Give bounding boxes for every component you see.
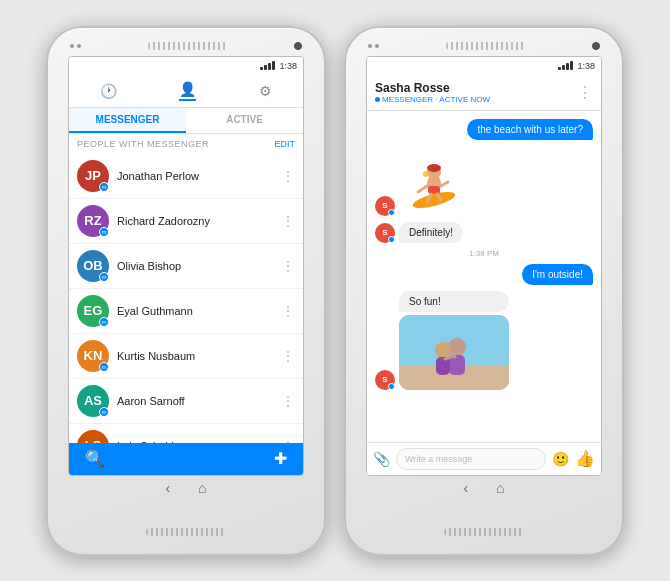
- status-bar-content-right: 1:38: [558, 61, 595, 71]
- message-received-photo: S So fun!: [375, 291, 593, 390]
- contact-name: Aaron Sarnoff: [117, 395, 273, 407]
- camera-left: [294, 42, 302, 50]
- list-item[interactable]: JP m Jonathan Perlow ⋮: [69, 154, 303, 199]
- bar4: [570, 61, 573, 70]
- bottom-grill-left: [146, 528, 226, 536]
- chat-contact-name: Sasha Rosse: [375, 81, 490, 95]
- left-screen: 1:38 🕐 👤 ⚙ MESSENGER ACTIVE PEOPLE WITH …: [68, 56, 304, 476]
- more-icon[interactable]: ⋮: [281, 168, 295, 184]
- chat-avatar-sasha: S: [375, 196, 395, 216]
- svg-line-5: [418, 186, 427, 192]
- more-icon[interactable]: ⋮: [281, 258, 295, 274]
- more-icon[interactable]: ⋮: [281, 393, 295, 409]
- search-icon[interactable]: 🔍: [85, 449, 105, 468]
- bar4: [272, 61, 275, 70]
- signal-bars-left: [260, 61, 275, 70]
- bottom-grill-right: [444, 528, 524, 536]
- status-bar-left: 1:38: [69, 57, 303, 75]
- phone-bottom-left: ‹ ⌂: [48, 476, 324, 544]
- messenger-badge: m: [99, 362, 109, 372]
- home-button-left[interactable]: ⌂: [198, 480, 206, 496]
- speaker-dots-right: [368, 44, 379, 48]
- status-bar-content-left: 1:38: [260, 61, 297, 71]
- chat-header-info: Sasha Rosse MESSENGER · ACTIVE NOW: [375, 81, 490, 104]
- message-sent-2: I'm outside!: [375, 264, 593, 285]
- contact-name: Kurtis Nusbaum: [117, 350, 273, 362]
- messenger-badge: m: [99, 227, 109, 237]
- people-section-label: PEOPLE WITH MESSENGER: [77, 139, 209, 149]
- message-received-text-1: S Definitely!: [375, 222, 593, 243]
- nav-buttons-left: ‹ ⌂: [165, 480, 206, 496]
- speaker-dots-left: [70, 44, 81, 48]
- tab-messenger[interactable]: MESSENGER: [69, 108, 186, 133]
- chat-more-icon[interactable]: ⋮: [577, 83, 593, 102]
- message-received-sticker: S: [375, 146, 593, 216]
- bar1: [260, 67, 263, 70]
- avatar-olivia: OB m: [77, 250, 109, 282]
- right-phone: 1:38 Sasha Rosse MESSENGER · ACTIVE NOW …: [344, 26, 624, 556]
- dot2: [77, 44, 81, 48]
- camera-right: [592, 42, 600, 50]
- svg-rect-4: [428, 186, 440, 194]
- messenger-tabs: MESSENGER ACTIVE: [69, 108, 303, 134]
- avatar-luiz: LS m: [77, 430, 109, 443]
- attach-icon[interactable]: 📎: [373, 451, 390, 467]
- badge-sm: [388, 383, 395, 390]
- messenger-badge: m: [99, 182, 109, 192]
- avatar-eyal: EG m: [77, 295, 109, 327]
- more-icon[interactable]: ⋮: [281, 348, 295, 364]
- svg-line-16: [445, 357, 451, 359]
- more-icon[interactable]: ⋮: [281, 303, 295, 319]
- messenger-badge: m: [99, 317, 109, 327]
- svg-point-9: [423, 171, 429, 177]
- svg-point-3: [427, 164, 441, 172]
- status-time-right: 1:38: [577, 61, 595, 71]
- bubble-received-1: Definitely!: [399, 222, 463, 243]
- back-button-left[interactable]: ‹: [165, 480, 170, 496]
- people-header: PEOPLE WITH MESSENGER EDIT: [69, 134, 303, 154]
- like-icon[interactable]: 👍: [575, 449, 595, 468]
- right-screen: 1:38 Sasha Rosse MESSENGER · ACTIVE NOW …: [366, 56, 602, 476]
- chat-avatar-sasha-3: S: [375, 370, 395, 390]
- speaker-grill-right: [446, 42, 526, 50]
- contact-name: Richard Zadorozny: [117, 215, 273, 227]
- list-item[interactable]: AS m Aaron Sarnoff ⋮: [69, 379, 303, 424]
- contact-name: Jonathan Perlow: [117, 170, 273, 182]
- bar3: [566, 63, 569, 70]
- edit-button[interactable]: EDIT: [274, 139, 295, 149]
- messenger-header: 🕐 👤 ⚙: [69, 75, 303, 108]
- recent-icon[interactable]: 🕐: [100, 83, 117, 99]
- dot1: [70, 44, 74, 48]
- message-sent-1: the beach with us later?: [375, 119, 593, 140]
- tab-active[interactable]: ACTIVE: [186, 108, 303, 133]
- list-item[interactable]: KN m Kurtis Nusbaum ⋮: [69, 334, 303, 379]
- bubble-sent-2: I'm outside!: [522, 264, 593, 285]
- surfer-sticker: [399, 146, 469, 216]
- messenger-badge: m: [99, 272, 109, 282]
- home-button-right[interactable]: ⌂: [496, 480, 504, 496]
- messenger-badge: m: [99, 407, 109, 417]
- emoji-icon[interactable]: 🙂: [552, 451, 569, 467]
- list-item[interactable]: LS m Luiz Scheidegger ⋮: [69, 424, 303, 443]
- chat-messages: the beach with us later? S: [367, 111, 601, 442]
- avatar-richard: RZ m: [77, 205, 109, 237]
- badge-sm: [388, 209, 395, 216]
- chat-status: MESSENGER · ACTIVE NOW: [375, 95, 490, 104]
- bubble-received-caption: So fun!: [399, 291, 509, 312]
- avatar-jonathan: JP m: [77, 160, 109, 192]
- nav-buttons-right: ‹ ⌂: [463, 480, 504, 496]
- dot2: [375, 44, 379, 48]
- list-item[interactable]: RZ m Richard Zadorozny ⋮: [69, 199, 303, 244]
- left-phone: 1:38 🕐 👤 ⚙ MESSENGER ACTIVE PEOPLE WITH …: [46, 26, 326, 556]
- settings-icon[interactable]: ⚙: [259, 83, 272, 99]
- chat-status-text: MESSENGER · ACTIVE NOW: [382, 95, 490, 104]
- status-time-left: 1:38: [279, 61, 297, 71]
- bar2: [562, 65, 565, 70]
- list-item[interactable]: OB m Olivia Bishop ⋮: [69, 244, 303, 289]
- more-icon[interactable]: ⋮: [281, 213, 295, 229]
- message-input[interactable]: Write a message: [396, 448, 546, 470]
- list-item[interactable]: EG m Eyal Guthmann ⋮: [69, 289, 303, 334]
- back-button-right[interactable]: ‹: [463, 480, 468, 496]
- people-icon[interactable]: 👤: [179, 81, 196, 101]
- compose-icon[interactable]: ✚: [274, 449, 287, 468]
